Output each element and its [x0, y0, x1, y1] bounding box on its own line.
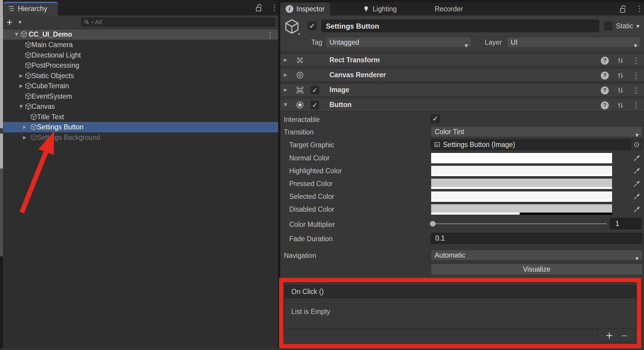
expander-icon[interactable]: ▶ [19, 73, 23, 78]
expander-icon[interactable]: ▶ [19, 83, 23, 89]
scene-name: CC_UI_Demo [29, 30, 72, 38]
expander-icon[interactable]: ▶ [23, 135, 27, 140]
expander-icon[interactable]: ▼ [284, 102, 287, 107]
active-checkbox[interactable]: ✓ [308, 21, 317, 30]
hierarchy-item-settings-background[interactable]: ▶ Settings Background [3, 132, 278, 143]
scene-row[interactable]: ▼ CC_UI_Demo ⋮ [3, 29, 278, 40]
tab-lighting[interactable]: Lighting [357, 2, 402, 16]
component-name: Canvas Renderer [329, 71, 386, 79]
tab-hierarchy[interactable]: Hierarchy [4, 2, 58, 16]
hierarchy-item-cubeterrain[interactable]: ▶ CubeTerrain [3, 81, 278, 91]
kebab-icon[interactable]: ⋮ [632, 101, 640, 110]
hierarchy-item-static-objects[interactable]: ▶ Static Objects [3, 71, 278, 81]
eyedropper-icon[interactable] [633, 192, 641, 201]
color-swatch-highlighted-color[interactable] [431, 165, 612, 176]
kebab-icon[interactable]: ⋮ [266, 30, 274, 39]
presets-icon[interactable] [617, 101, 624, 109]
color-swatch-normal-color[interactable] [431, 153, 612, 164]
add-event-button[interactable]: + [605, 330, 613, 341]
component-header-image[interactable]: ▶ ✓ Image ? ⋮ [280, 83, 644, 97]
color-multiplier-value[interactable]: 1 [610, 218, 642, 229]
kebab-icon[interactable]: ⋮ [632, 56, 640, 65]
eyedropper-icon[interactable] [633, 179, 641, 188]
help-icon[interactable]: ? [601, 86, 609, 95]
layer-dropdown[interactable]: UI ▼ [507, 37, 641, 48]
color-label: Pressed Color [289, 180, 333, 188]
transition-dropdown[interactable]: Color Tint ▼ [431, 126, 643, 137]
tag-dropdown[interactable]: Untagged ▼ [326, 37, 472, 48]
gameobject-cube-icon [25, 82, 32, 89]
help-icon[interactable]: ? [601, 72, 609, 80]
color-multiplier-slider-track[interactable] [431, 223, 607, 224]
component-header-rect-transform[interactable]: ▶ Rect Transform ? ⋮ [280, 54, 644, 67]
kebab-icon[interactable]: ⋮ [632, 86, 640, 95]
color-swatch-pressed-color[interactable] [431, 178, 612, 189]
presets-icon[interactable] [617, 72, 624, 79]
presets-icon[interactable] [617, 86, 624, 94]
help-icon[interactable]: ? [601, 57, 609, 65]
remove-event-button[interactable]: − [621, 331, 628, 340]
hierarchy-item-settings-button[interactable]: ▶ Settings Button [3, 122, 278, 132]
component-icon [296, 86, 304, 94]
panel-divider[interactable] [278, 0, 280, 350]
expander-icon[interactable]: ▶ [284, 87, 287, 92]
component-enabled-checkbox[interactable]: ✓ [311, 86, 319, 94]
expander-icon[interactable]: ▶ [23, 124, 27, 130]
hierarchy-tabbar: Hierarchy ⋮ [3, 0, 278, 16]
color-label: Selected Color [289, 193, 334, 201]
component-header-button[interactable]: ▼ ✓ Button ? ⋮ [280, 98, 644, 111]
kebab-icon[interactable]: ⋮ [270, 3, 278, 12]
target-graphic-value: Settings Button (Image) [443, 141, 515, 149]
navigation-dropdown[interactable]: Automatic ▼ [431, 250, 643, 261]
chevron-down-icon: ▼ [635, 253, 639, 264]
expander-icon[interactable]: ▼ [19, 104, 23, 109]
search-placeholder: All [95, 18, 102, 26]
kebab-icon[interactable]: ⋮ [636, 4, 643, 13]
static-caret-icon[interactable]: ▼ [636, 24, 640, 29]
component-header-canvas-renderer[interactable]: ▶ Canvas Renderer ? ⋮ [280, 69, 644, 82]
color-multiplier-slider-handle[interactable] [430, 221, 436, 227]
eyedropper-icon[interactable] [633, 154, 641, 162]
create-button[interactable]: + [7, 16, 13, 28]
hierarchy-item-main-camera[interactable]: Main Camera [3, 40, 278, 50]
tab-recorder[interactable]: Recorder [429, 2, 468, 16]
chevron-down-icon: ▼ [465, 41, 468, 51]
search-icon [84, 19, 90, 25]
object-picker-icon[interactable]: ⊙ [631, 140, 642, 150]
color-swatch-selected-color[interactable] [431, 191, 612, 202]
name-field[interactable]: Settings Button [321, 20, 599, 32]
unlock-icon[interactable] [255, 4, 263, 13]
tab-inspector[interactable]: i Inspector [280, 2, 330, 16]
component-enabled-checkbox[interactable]: ✓ [311, 101, 319, 109]
image-icon [434, 141, 441, 148]
gameobject-cube-icon [25, 62, 32, 69]
interactable-checkbox[interactable]: ✓ [431, 114, 440, 123]
hierarchy-item-canvas[interactable]: ▼ Canvas [3, 101, 278, 112]
color-swatch-disabled-color[interactable] [431, 204, 612, 215]
kebab-icon[interactable]: ⋮ [632, 71, 640, 80]
eyedropper-icon[interactable] [633, 167, 641, 175]
expander-icon[interactable]: ▶ [284, 72, 287, 78]
expander-icon[interactable]: ▼ [15, 32, 18, 37]
gameobject-cube-icon [30, 134, 37, 141]
gameobject-big-cube-icon[interactable] [284, 18, 300, 35]
on-click-header: On Click () [284, 285, 637, 298]
inspector-panel: i Inspector Lighting Recorder ⋮ [280, 0, 644, 350]
static-checkbox[interactable] [604, 22, 612, 30]
help-icon[interactable]: ? [601, 101, 609, 109]
target-graphic-field[interactable]: Settings Button (Image) ⊙ [431, 139, 643, 150]
hierarchy-item-directional-light[interactable]: Directional Light [3, 50, 278, 61]
hierarchy-item-postprocessing[interactable]: PostProcessing [3, 60, 278, 71]
presets-icon[interactable] [617, 57, 624, 64]
search-filter-caret-icon[interactable]: ▾ [92, 20, 93, 24]
eyedropper-icon[interactable] [633, 205, 641, 213]
unlock-icon[interactable] [619, 5, 627, 14]
create-caret-icon[interactable]: ▼ [18, 20, 21, 24]
icon-caret[interactable]: ▾ [298, 32, 300, 36]
expander-icon[interactable]: ▶ [284, 57, 287, 63]
hierarchy-item-eventsystem[interactable]: EventSystem [3, 91, 278, 102]
visualize-button[interactable]: Visualize [431, 264, 643, 275]
search-input[interactable]: ▾ All [81, 18, 275, 27]
fade-duration-field[interactable]: 0.1 [431, 233, 643, 244]
hierarchy-item-title-text[interactable]: Title Text [3, 112, 278, 122]
